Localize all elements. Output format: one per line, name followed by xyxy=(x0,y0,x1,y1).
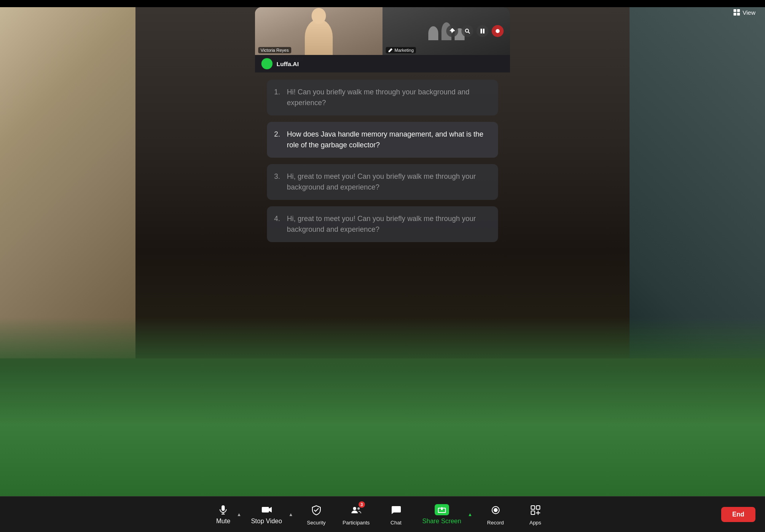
share-screen-button[interactable]: Share Screen xyxy=(416,497,465,532)
svg-point-13 xyxy=(353,507,356,510)
stop-video-group: Stop Video ▲ xyxy=(245,497,296,532)
record-icon-toolbar xyxy=(490,505,501,516)
svg-point-14 xyxy=(357,507,360,510)
pause-icon[interactable] xyxy=(477,25,488,37)
svg-rect-1 xyxy=(737,9,740,12)
mute-group: Mute ▲ xyxy=(210,497,244,532)
question-num-1: 1. xyxy=(274,87,280,98)
apps-icon-wrap xyxy=(528,503,543,517)
mute-chevron[interactable]: ▲ xyxy=(233,497,245,532)
record-button[interactable]: Record xyxy=(476,497,516,532)
svg-rect-23 xyxy=(531,511,535,514)
participants-button[interactable]: 3 Participants xyxy=(336,497,376,532)
apps-label: Apps xyxy=(530,520,541,526)
participants-label: Participants xyxy=(343,520,370,526)
svg-point-20 xyxy=(494,508,498,512)
question-text-1: Hi! Can you briefly walk me through your… xyxy=(287,88,469,107)
questions-panel: Interviewer 1. Hi! Can you briefly walk … xyxy=(267,55,498,242)
floating-panel: Victoria Reyes Marketing xyxy=(255,7,510,72)
share-screen-label: Share Screen xyxy=(422,518,461,525)
svg-line-5 xyxy=(468,32,470,33)
svg-point-8 xyxy=(496,29,500,33)
end-button[interactable]: End xyxy=(721,507,755,522)
question-num-3: 3. xyxy=(274,171,280,182)
question-card-3[interactable]: 3. Hi, great to meet you! Can you briefl… xyxy=(267,164,498,200)
mute-label: Mute xyxy=(216,518,230,525)
share-screen-svg xyxy=(437,506,446,513)
question-text-2: How does Java handle memory management, … xyxy=(287,130,483,149)
svg-rect-22 xyxy=(536,506,540,509)
question-card-1[interactable]: 1. Hi! Can you briefly walk me through y… xyxy=(267,80,498,115)
question-text-3: Hi, great to meet you! Can you briefly w… xyxy=(287,172,476,191)
search-icon[interactable] xyxy=(461,25,473,37)
chat-button[interactable]: Chat xyxy=(376,497,416,532)
security-icon xyxy=(311,505,322,516)
top-bar xyxy=(0,0,765,7)
view-label: View xyxy=(743,9,755,16)
luffa-name: Luffa.AI xyxy=(277,61,299,67)
bg-right-wall xyxy=(630,0,765,358)
share-screen-group: Share Screen ▲ xyxy=(416,497,476,532)
svg-rect-7 xyxy=(483,29,484,33)
video-thumb-1: Victoria Reyes xyxy=(255,7,382,55)
chat-icon-wrap xyxy=(389,503,403,517)
svg-rect-3 xyxy=(737,13,740,16)
participant2-name: Marketing xyxy=(386,47,416,53)
record-icon-wrap xyxy=(488,503,503,517)
svg-rect-12 xyxy=(262,507,269,512)
security-icon-wrap xyxy=(309,503,324,517)
apps-button[interactable]: Apps xyxy=(516,497,555,532)
bottom-bar: Mute ▲ Stop Video ▲ Securit xyxy=(0,496,765,532)
video-controls xyxy=(446,25,504,37)
chat-icon xyxy=(390,505,402,516)
toolbar: Mute ▲ Stop Video ▲ Securit xyxy=(0,497,765,532)
record-label: Record xyxy=(487,520,504,526)
share-screen-icon xyxy=(435,504,449,515)
bg-left-wall xyxy=(0,0,135,358)
share-chevron[interactable]: ▲ xyxy=(465,497,476,532)
pencil-icon xyxy=(388,48,393,53)
record-icon[interactable] xyxy=(492,25,504,37)
svg-rect-2 xyxy=(734,13,736,16)
question-num-2: 2. xyxy=(274,129,280,140)
video-icon xyxy=(261,504,272,515)
svg-rect-0 xyxy=(734,9,736,12)
question-card-4[interactable]: 4. Hi, great to meet you! Can you briefl… xyxy=(267,206,498,242)
apps-icon xyxy=(530,505,541,516)
mute-button[interactable]: Mute xyxy=(210,497,233,532)
security-button[interactable]: Security xyxy=(296,497,336,532)
stop-video-button[interactable]: Stop Video xyxy=(245,497,285,532)
question-text-4: Hi, great to meet you! Can you briefly w… xyxy=(287,215,476,233)
svg-rect-6 xyxy=(481,29,482,33)
view-icon xyxy=(733,9,740,16)
stop-video-label: Stop Video xyxy=(251,518,282,525)
question-num-4: 4. xyxy=(274,213,280,224)
security-label: Security xyxy=(307,520,326,526)
participants-icon-wrap: 3 xyxy=(349,503,363,517)
svg-rect-21 xyxy=(531,506,535,509)
video-row: Victoria Reyes Marketing xyxy=(255,7,510,55)
microphone-icon xyxy=(218,504,229,515)
svg-rect-9 xyxy=(222,505,225,511)
participants-badge: 3 xyxy=(359,501,365,508)
svg-point-4 xyxy=(465,29,469,32)
participant1-name: Victoria Reyes xyxy=(258,47,291,53)
svg-rect-18 xyxy=(441,509,443,510)
bg-sofa xyxy=(0,317,765,496)
video-chevron[interactable]: ▲ xyxy=(285,497,296,532)
pin-icon[interactable] xyxy=(446,25,458,37)
question-card-2[interactable]: 2. How does Java handle memory managemen… xyxy=(267,122,498,158)
chat-label: Chat xyxy=(390,520,401,526)
luffa-dot xyxy=(261,58,273,69)
panel-header: Luffa.AI xyxy=(255,55,510,72)
view-button[interactable]: View xyxy=(733,9,755,16)
